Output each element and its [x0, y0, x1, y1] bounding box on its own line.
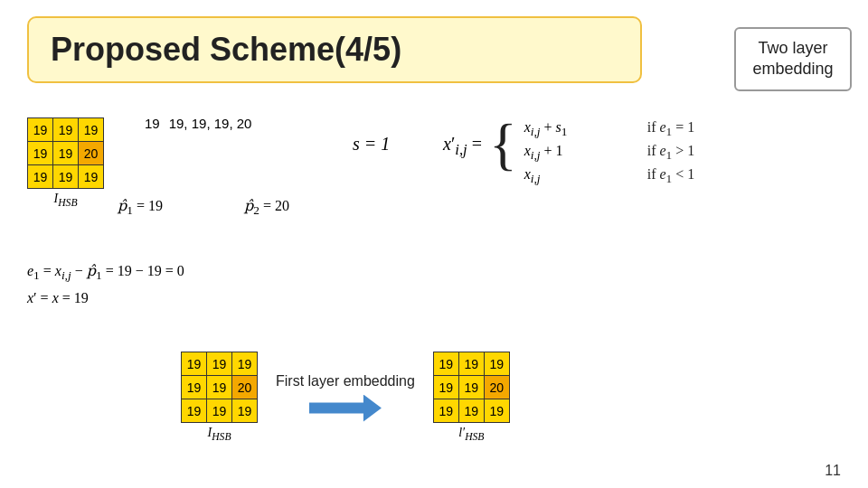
- piecewise-case-2: xi,j + 1 if e1 > 1: [524, 143, 695, 163]
- bottom-right-grid: 191919191920191919: [433, 352, 510, 423]
- grid-cell: 19: [232, 352, 258, 376]
- badge-line2: embedding: [752, 60, 833, 78]
- case3-expr: xi,j: [524, 166, 633, 186]
- grid-table-top: 191919191920191919: [27, 117, 104, 189]
- piecewise-formula: x′i,j = { xi,j + s1 if e1 = 1 xi,j + 1 i…: [443, 116, 823, 187]
- p2-label: p̂2 = 20: [244, 197, 289, 218]
- bottom-section: 191919191920191919 IHSB First layer embe…: [181, 352, 510, 443]
- case3-cond: if e1 < 1: [647, 166, 695, 186]
- sequence-row: 19 19, 19, 19, 20: [145, 116, 251, 131]
- bottom-right-grid-label: l′HSB: [433, 426, 510, 443]
- grid-cell: 19: [79, 118, 104, 142]
- arrow-label: First layer embedding: [276, 373, 415, 389]
- piecewise-case-1: xi,j + s1 if e1 = 1: [524, 119, 695, 139]
- grid-cell: 19: [53, 165, 79, 189]
- case2-cond: if e1 > 1: [647, 143, 695, 163]
- case2-expr: xi,j + 1: [524, 143, 633, 163]
- bottom-left-grid-wrap: 191919191920191919 IHSB: [181, 352, 258, 443]
- p1-label: p̂1 = 19: [118, 197, 163, 218]
- arrow-section: First layer embedding: [276, 373, 415, 422]
- e1-lines: e1 = xi,j − p̂1 = 19 − 19 = 0 x′ = x = 1…: [27, 262, 184, 314]
- case1-expr: xi,j + s1: [524, 119, 633, 139]
- grid-cell: 19: [458, 376, 484, 399]
- piecewise-cases: xi,j + s1 if e1 = 1 xi,j + 1 if e1 > 1 x…: [524, 116, 695, 187]
- case1-cond: if e1 = 1: [647, 119, 695, 139]
- piecewise-brace: {: [489, 116, 517, 174]
- piecewise-lhs: x′i,j =: [443, 116, 482, 159]
- grid-cell: 20: [232, 376, 258, 399]
- grid-cell: 19: [28, 142, 53, 165]
- grid-cell: 19: [458, 399, 484, 423]
- grid-cell: 20: [79, 142, 104, 165]
- grid-cell: 19: [182, 399, 207, 423]
- grid-cell: 19: [458, 352, 484, 376]
- sequence-values: 19, 19, 19, 20: [169, 116, 252, 131]
- piecewise-case-3: xi,j if e1 < 1: [524, 166, 695, 186]
- sequence-num: 19: [145, 116, 160, 131]
- badge-box: Two layer embedding: [734, 27, 852, 91]
- grid-cell: 19: [433, 399, 458, 423]
- grid-cell: 19: [53, 118, 79, 142]
- p-row: p̂1 = 19 p̂2 = 20: [118, 197, 289, 218]
- grid-cell: 19: [207, 352, 232, 376]
- grid-cell: 19: [182, 376, 207, 399]
- bottom-left-grid: 191919191920191919: [181, 352, 258, 423]
- top-left-grid: 191919191920191919 IHSB: [27, 117, 104, 209]
- grid-cell: 19: [182, 352, 207, 376]
- e1-formula: e1 = xi,j − p̂1 = 19 − 19 = 0: [27, 262, 184, 283]
- arrow-icon: [309, 395, 382, 422]
- grid-cell: 19: [484, 399, 509, 423]
- top-grid-label: IHSB: [27, 192, 104, 209]
- title-box: Proposed Scheme(4/5): [27, 16, 642, 83]
- grid-cell: 20: [484, 376, 509, 399]
- grid-cell: 19: [53, 142, 79, 165]
- grid-cell: 19: [433, 352, 458, 376]
- grid-cell: 19: [28, 165, 53, 189]
- grid-cell: 19: [79, 165, 104, 189]
- badge-line1: Two layer: [758, 39, 827, 57]
- x-prime-formula: x′ = x = 19: [27, 290, 184, 306]
- grid-cell: 19: [207, 399, 232, 423]
- grid-cell: 19: [484, 352, 509, 376]
- grid-cell: 19: [433, 376, 458, 399]
- s-value: s = 1: [353, 134, 390, 155]
- bottom-left-grid-label: IHSB: [181, 426, 258, 443]
- grid-cell: 19: [232, 399, 258, 423]
- page-title: Proposed Scheme(4/5): [51, 31, 401, 68]
- grid-cell: 19: [207, 376, 232, 399]
- bottom-right-grid-wrap: 191919191920191919 l′HSB: [433, 352, 510, 443]
- grid-cell: 19: [28, 118, 53, 142]
- page-number: 11: [825, 463, 841, 479]
